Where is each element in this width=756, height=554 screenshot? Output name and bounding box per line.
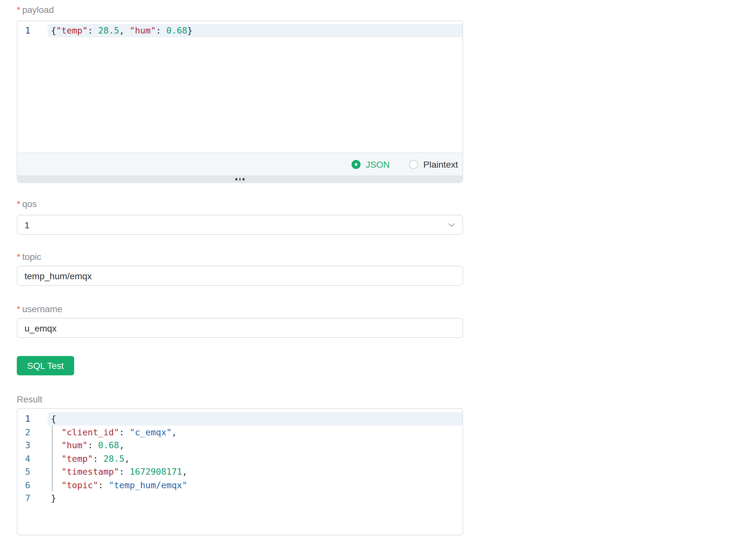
chevron-down-icon: [448, 221, 455, 229]
radio-label: JSON: [366, 159, 390, 169]
line-content: "topic": "temp_hum/emqx": [48, 478, 463, 491]
qos-select[interactable]: 1: [17, 215, 463, 235]
sql-test-button[interactable]: SQL Test: [17, 356, 74, 375]
format-radio-json[interactable]: JSON: [352, 159, 390, 169]
line-number: 6: [17, 478, 30, 491]
code-line: 6 "topic": "temp_hum/emqx": [17, 478, 463, 491]
required-asterisk: *: [17, 4, 20, 15]
topic-label-text: topic: [22, 252, 41, 262]
line-number: 7: [17, 491, 30, 505]
payload-label-text: payload: [22, 4, 54, 15]
line-number: 1: [17, 24, 30, 38]
username-label-text: username: [22, 304, 63, 314]
radio-selected-icon: [352, 160, 361, 169]
line-content: {: [48, 412, 463, 425]
drag-dots-icon: [235, 178, 245, 180]
sql-test-page: *payload 1{"temp": 28.5, "hum": 0.68} JS…: [0, 0, 756, 554]
topic-label: *topic: [17, 250, 41, 263]
qos-label-text: qos: [22, 199, 37, 209]
code-line: 1{"temp": 28.5, "hum": 0.68}: [17, 24, 463, 38]
radio-unselected-icon: [409, 160, 418, 169]
topic-input[interactable]: [17, 266, 463, 286]
line-content: {"temp": 28.5, "hum": 0.68}: [48, 24, 463, 38]
username-input[interactable]: [17, 318, 463, 338]
editor-resize-handle[interactable]: [17, 175, 463, 183]
line-number: 5: [17, 465, 30, 478]
code-line: 1{: [17, 412, 463, 425]
line-content: "client_id": "c_emqx",: [48, 425, 463, 439]
line-number: 4: [17, 452, 30, 465]
username-label: *username: [17, 302, 62, 315]
line-content: "temp": 28.5,: [48, 452, 463, 465]
indent-guide: [52, 425, 53, 491]
line-content: "hum": 0.68,: [48, 439, 463, 452]
line-content: "timestamp": 1672908171,: [48, 465, 463, 478]
code-line: 4 "temp": 28.5,: [17, 452, 463, 465]
code-line: 3 "hum": 0.68,: [17, 439, 463, 452]
required-asterisk: *: [17, 199, 20, 209]
code-line: 2 "client_id": "c_emqx",: [17, 425, 463, 439]
result-code-lines: 1{2 "client_id": "c_emqx",3 "hum": 0.68,…: [17, 412, 463, 505]
payload-editor: 1{"temp": 28.5, "hum": 0.68} JSONPlainte…: [17, 21, 463, 183]
line-content: }: [48, 491, 463, 505]
code-line: 7}: [17, 491, 463, 505]
form-column: *payload 1{"temp": 28.5, "hum": 0.68} JS…: [17, 0, 463, 554]
qos-label: *qos: [17, 197, 37, 210]
required-asterisk: *: [17, 304, 20, 314]
result-label: Result: [17, 393, 42, 406]
radio-label: Plaintext: [424, 159, 458, 169]
code-line: 5 "timestamp": 1672908171,: [17, 465, 463, 478]
payload-format-bar: JSONPlaintext: [17, 152, 463, 175]
required-asterisk: *: [17, 252, 20, 262]
payload-code-area[interactable]: 1{"temp": 28.5, "hum": 0.68}: [17, 21, 463, 152]
result-code-block: 1{2 "client_id": "c_emqx",3 "hum": 0.68,…: [17, 408, 463, 535]
result-label-text: Result: [17, 394, 42, 404]
payload-label: *payload: [17, 3, 54, 16]
line-number: 3: [17, 439, 30, 452]
qos-selected-value: 1: [24, 220, 30, 230]
line-number: 2: [17, 425, 30, 439]
format-radio-plaintext[interactable]: Plaintext: [409, 159, 458, 169]
line-number: 1: [17, 412, 30, 425]
